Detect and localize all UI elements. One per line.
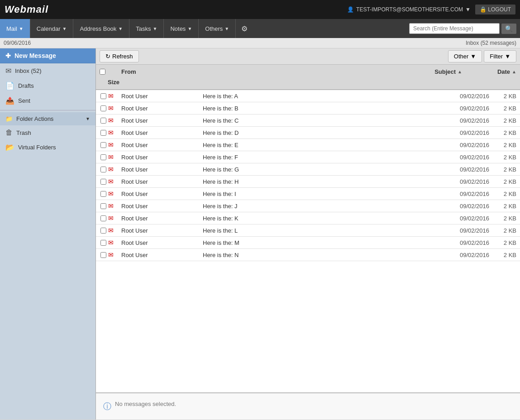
row-checkbox[interactable] [100, 105, 106, 111]
table-row[interactable]: ✉ Root User Here is the: G 09/02/2016 2 … [96, 163, 520, 176]
sent-label: Sent [18, 97, 30, 104]
filter-button[interactable]: Filter ▼ [484, 50, 516, 62]
nav-item-calendar[interactable]: Calendar ▼ [30, 19, 74, 38]
row-date: 09/02/2016 [439, 188, 493, 200]
row-size: 2 KB [493, 102, 520, 114]
header-date[interactable]: Date ▲ [466, 67, 520, 77]
row-size: 2 KB [493, 188, 520, 200]
row-checkbox[interactable] [100, 142, 106, 148]
other-dropdown-icon: ▼ [470, 53, 476, 60]
other-button[interactable]: Other ▼ [448, 50, 482, 62]
sidebar-item-inbox[interactable]: ✉ Inbox (52) [0, 63, 95, 78]
nav-address-book-label: Address Book [80, 25, 116, 32]
table-row[interactable]: ✉ Root User Here is the: K 09/02/2016 2 … [96, 212, 520, 224]
row-from: Root User [118, 90, 199, 102]
table-row[interactable]: ✉ Root User Here is the: N 09/02/2016 2 … [96, 249, 520, 261]
table-row[interactable]: ✉ Root User Here is the: M 09/02/2016 2 … [96, 237, 520, 249]
row-size: 2 KB [493, 249, 520, 261]
nav-item-address-book[interactable]: Address Book ▼ [73, 19, 129, 38]
table-row[interactable]: ✉ Root User Here is the: J 09/02/2016 2 … [96, 200, 520, 212]
row-date: 09/02/2016 [439, 102, 493, 114]
row-checkbox[interactable] [100, 130, 106, 136]
row-size: 2 KB [493, 115, 520, 126]
nav-item-notes[interactable]: Notes ▼ [164, 19, 199, 38]
unread-mail-icon: ✉ [108, 178, 114, 185]
row-subject: Here is the: N [199, 249, 439, 261]
header-from[interactable]: From [118, 67, 431, 77]
row-checkbox-cell: ✉ [96, 224, 118, 236]
sidebar-item-drafts[interactable]: 📄 Drafts [0, 78, 95, 93]
subject-sort-icon: ▲ [458, 69, 462, 74]
row-checkbox[interactable] [100, 252, 106, 258]
preview-pane: ⓘ No messages selected. [96, 392, 520, 420]
row-checkbox-cell: ✉ [96, 127, 118, 138]
search-input[interactable] [409, 23, 500, 34]
unread-mail-icon: ✉ [108, 190, 114, 197]
header-subject[interactable]: Subject ▲ [431, 67, 466, 77]
trash-icon: 🗑 [5, 129, 13, 137]
row-checkbox[interactable] [100, 203, 106, 209]
row-checkbox[interactable] [100, 179, 106, 185]
row-date: 09/02/2016 [439, 249, 493, 261]
row-checkbox-cell: ✉ [96, 249, 118, 261]
header-size[interactable]: Size [96, 77, 123, 87]
logo: Webmail [5, 4, 48, 15]
row-checkbox[interactable] [100, 154, 106, 160]
sidebar-item-folder-actions[interactable]: 📁 Folder Actions ▼ [0, 112, 95, 125]
row-checkbox[interactable] [100, 93, 106, 99]
table-row[interactable]: ✉ Root User Here is the: H 09/02/2016 2 … [96, 176, 520, 188]
user-dropdown-icon[interactable]: ▼ [465, 6, 471, 13]
row-date: 09/02/2016 [439, 176, 493, 187]
sidebar-item-trash[interactable]: 🗑 Trash [0, 125, 95, 140]
unread-mail-icon: ✉ [108, 227, 114, 234]
nav-mail-label: Mail [6, 25, 17, 32]
logout-icon: 🔒 [480, 6, 487, 13]
nav-item-mail[interactable]: Mail ▼ [0, 19, 30, 38]
table-row[interactable]: ✉ Root User Here is the: C 09/02/2016 2 … [96, 115, 520, 127]
new-message-label: New Message [14, 52, 56, 59]
unread-mail-icon: ✉ [108, 239, 114, 246]
refresh-button[interactable]: ↻ Refresh [100, 50, 139, 62]
table-row[interactable]: ✉ Root User Here is the: A 09/02/2016 2 … [96, 90, 520, 102]
table-row[interactable]: ✉ Root User Here is the: E 09/02/2016 2 … [96, 139, 520, 151]
row-from: Root User [118, 249, 199, 261]
row-subject: Here is the: B [199, 102, 439, 114]
message-list-header: From Subject ▲ Date ▲ Size [96, 65, 520, 90]
row-checkbox-cell: ✉ [96, 151, 118, 163]
virtual-folders-icon: 📂 [5, 143, 14, 152]
drafts-icon: 📄 [5, 81, 14, 90]
table-row[interactable]: ✉ Root User Here is the: I 09/02/2016 2 … [96, 188, 520, 200]
row-from: Root User [118, 224, 199, 236]
row-checkbox[interactable] [100, 118, 106, 124]
table-row[interactable]: ✉ Root User Here is the: L 09/02/2016 2 … [96, 224, 520, 237]
nav-item-others[interactable]: Others ▼ [199, 19, 236, 38]
new-message-button[interactable]: ✚ New Message [0, 48, 95, 63]
row-checkbox[interactable] [100, 215, 106, 221]
main-layout: ✚ New Message ✉ Inbox (52) 📄 Drafts 📤 Se… [0, 48, 520, 420]
current-date: 09/06/2016 [4, 40, 31, 46]
row-checkbox[interactable] [100, 167, 106, 172]
settings-icon[interactable]: ⚙ [236, 19, 253, 38]
search-bar: 🔍 [406, 19, 520, 38]
search-button[interactable]: 🔍 [501, 24, 516, 34]
sidebar-item-virtual-folders[interactable]: 📂 Virtual Folders [0, 140, 95, 155]
select-all-checkbox[interactable] [100, 69, 105, 75]
table-row[interactable]: ✉ Root User Here is the: D 09/02/2016 2 … [96, 127, 520, 139]
row-checkbox-cell: ✉ [96, 115, 118, 126]
table-row[interactable]: ✉ Root User Here is the: B 09/02/2016 2 … [96, 102, 520, 115]
logout-button[interactable]: 🔒 LOGOUT [475, 5, 515, 14]
sidebar-item-sent[interactable]: 📤 Sent [0, 93, 95, 108]
sidebar-divider-1 [0, 110, 95, 110]
row-from: Root User [118, 115, 199, 126]
row-size: 2 KB [493, 176, 520, 187]
row-checkbox-cell: ✉ [96, 237, 118, 248]
nav-tasks-label: Tasks [136, 25, 151, 32]
row-checkbox[interactable] [100, 191, 106, 197]
table-row[interactable]: ✉ Root User Here is the: F 09/02/2016 2 … [96, 151, 520, 163]
row-checkbox-cell: ✉ [96, 90, 118, 102]
sidebar: ✚ New Message ✉ Inbox (52) 📄 Drafts 📤 Se… [0, 48, 96, 420]
row-checkbox[interactable] [100, 240, 106, 246]
nav-item-tasks[interactable]: Tasks ▼ [129, 19, 164, 38]
row-checkbox[interactable] [100, 228, 106, 234]
row-size: 2 KB [493, 151, 520, 163]
